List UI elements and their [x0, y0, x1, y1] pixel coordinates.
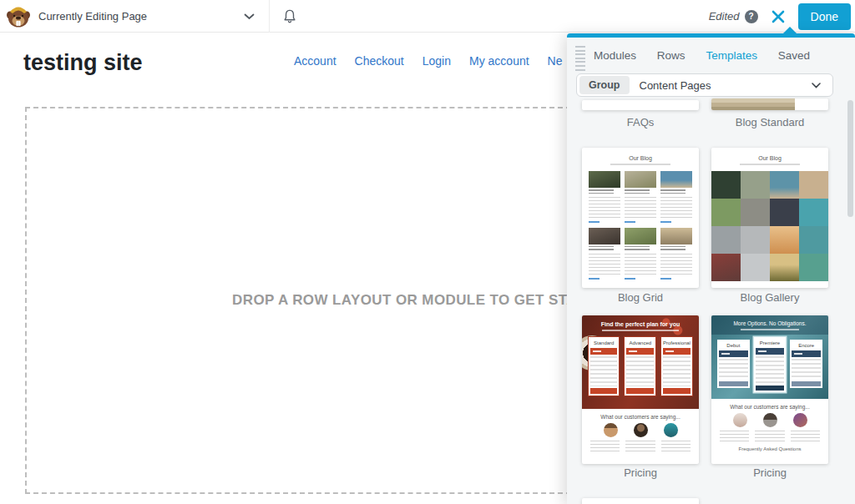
group-select-value: Content Pages: [640, 79, 711, 92]
thumb-subtitle-bar: [741, 329, 799, 330]
pricing-hero: Find the perfect plan for you Standard A…: [582, 315, 699, 409]
help-icon[interactable]: ?: [745, 10, 758, 23]
beaver-builder-logo-icon[interactable]: [6, 4, 31, 29]
template-label: Blog Standard: [711, 116, 828, 129]
thumb-subtitle-bar: [740, 164, 800, 165]
avatar: [733, 413, 747, 427]
thumb-subtitle-bar: [602, 330, 679, 331]
template-thumb-pricing-red[interactable]: Find the perfect plan for you Standard A…: [582, 315, 699, 464]
thumb-photo: [711, 98, 795, 110]
site-nav: Account Checkout Login My account Ne: [294, 54, 563, 68]
edited-label: Edited: [709, 10, 740, 23]
content-panel: Modules Rows Templates Saved Group Conte…: [567, 33, 855, 504]
nav-link-clipped[interactable]: Ne: [548, 54, 563, 68]
nav-link-account[interactable]: Account: [294, 54, 336, 68]
tab-rows[interactable]: Rows: [657, 49, 686, 62]
testimonial-avatars: [582, 420, 699, 437]
gallery-grid: [711, 171, 828, 281]
chevron-down-icon: [812, 83, 821, 88]
tab-modules[interactable]: Modules: [594, 49, 636, 62]
site-title: testing site: [23, 50, 143, 76]
avatar: [763, 413, 777, 427]
notifications-bell-icon[interactable]: [282, 8, 297, 24]
pricing-cards: Debut Premiere Encore: [711, 335, 828, 392]
testimonials-section: What our customers are saying... Frequen…: [711, 399, 828, 451]
faq-heading: Frequently Asked Questions: [711, 442, 828, 451]
done-button[interactable]: Done: [798, 3, 851, 30]
panel-drag-handle-icon[interactable]: [575, 46, 585, 71]
avatar: [793, 413, 807, 427]
pricing-heading-band: More Options. No Obligations.: [711, 315, 828, 335]
panel-tabs: Modules Rows Templates Saved: [567, 38, 855, 73]
currently-editing-label[interactable]: Currently Editing Page: [38, 10, 147, 23]
template-thumb-blog-standard[interactable]: [711, 98, 828, 110]
testimonials-heading: What our customers are saying...: [711, 399, 828, 410]
builder-screen: Currently Editing Page Edited ? Done: [0, 0, 855, 504]
tab-templates[interactable]: Templates: [706, 49, 757, 62]
thumb-heading: Find the perfect plan for you: [582, 315, 699, 327]
avatar: [604, 423, 618, 437]
topbar-actions: Edited ? Done: [709, 0, 851, 33]
nav-link-login[interactable]: Login: [422, 54, 451, 68]
panel-scrollbar[interactable]: [847, 100, 853, 217]
chevron-down-icon[interactable]: [244, 13, 255, 20]
thumb-heading: Our Blog: [582, 148, 699, 161]
testimonial-texts: [711, 427, 828, 442]
group-select[interactable]: Group Content Pages: [576, 73, 833, 97]
testimonial-avatars: [711, 410, 828, 427]
blog-grid-cards: [582, 171, 699, 280]
group-select-label: Group: [579, 76, 630, 94]
panel-caret-icon: [782, 19, 797, 34]
nav-link-checkout[interactable]: Checkout: [355, 54, 404, 68]
avatar: [664, 423, 678, 437]
template-thumb-faqs[interactable]: [582, 100, 699, 110]
testimonial-texts: [582, 437, 699, 452]
pricing-hero: More Options. No Obligations. Debut Prem…: [711, 315, 828, 399]
template-label: Pricing: [711, 466, 828, 479]
nav-link-my-account[interactable]: My account: [469, 54, 529, 68]
tab-saved[interactable]: Saved: [778, 49, 810, 62]
template-label: Blog Grid: [582, 291, 699, 304]
template-label: Pricing: [582, 466, 699, 479]
template-thumb-pricing-teal[interactable]: More Options. No Obligations. Debut Prem…: [711, 315, 828, 464]
template-label: Blog Gallery: [711, 291, 828, 304]
builder-topbar: Currently Editing Page Edited ? Done: [0, 0, 855, 33]
template-thumb-blog-gallery[interactable]: Our Blog: [711, 148, 828, 288]
thumb-heading: More Options. No Obligations.: [711, 320, 828, 326]
template-label: FAQs: [582, 116, 699, 129]
thumb-heading: Our Blog: [711, 148, 828, 161]
avatar: [634, 423, 648, 437]
dropzone-text: DROP A ROW LAYOUT OR MODULE TO GET START…: [232, 292, 622, 309]
template-thumb-partial[interactable]: [582, 498, 699, 504]
template-thumb-blog-grid[interactable]: Our Blog: [582, 148, 699, 288]
pricing-cards: Standard Advanced Professional: [582, 336, 699, 396]
testimonials-section: What our customers are saying...: [582, 409, 699, 452]
edited-status: Edited ?: [709, 10, 758, 23]
topbar-divider: [269, 0, 270, 33]
thumb-subtitle-bar: [610, 164, 670, 165]
testimonials-heading: What our customers are saying...: [582, 409, 699, 420]
